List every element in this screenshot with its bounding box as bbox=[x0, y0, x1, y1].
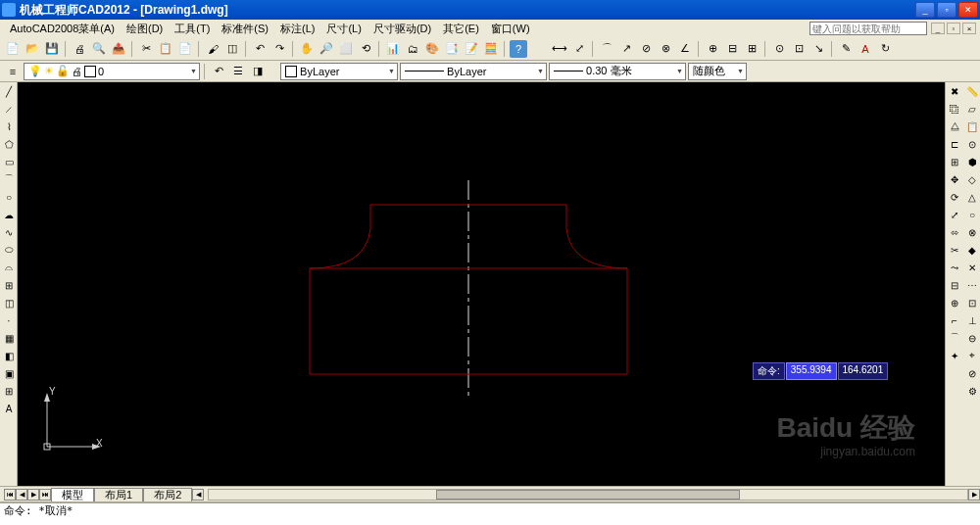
save-icon[interactable]: 💾 bbox=[43, 40, 61, 58]
tab-prev-button[interactable]: ◀ bbox=[16, 489, 27, 501]
cut-icon[interactable]: ✂ bbox=[137, 40, 155, 58]
layer-prev-icon[interactable]: ↶ bbox=[210, 63, 227, 80]
circle-icon[interactable]: ○ bbox=[0, 188, 18, 206]
offset-icon[interactable]: ⊏ bbox=[946, 135, 963, 153]
layer-iso-icon[interactable]: ◨ bbox=[249, 63, 267, 80]
tab-first-button[interactable]: ⏮ bbox=[4, 489, 16, 501]
move-icon[interactable]: ✥ bbox=[946, 170, 963, 188]
new-icon[interactable]: 📄 bbox=[4, 40, 22, 58]
drawing-canvas[interactable]: 命令: 355.9394 164.6201 Y X Baidu 经验 jingy… bbox=[18, 82, 945, 486]
dim-leader-icon[interactable]: ↘ bbox=[809, 40, 827, 58]
tab-layout2[interactable]: 布局2 bbox=[143, 488, 192, 501]
dim-angular-icon[interactable]: ∠ bbox=[676, 40, 694, 58]
dyn-x[interactable]: 355.9394 bbox=[786, 362, 837, 380]
mdi-restore-button[interactable]: ▫ bbox=[947, 23, 960, 34]
trim-icon[interactable]: ✂ bbox=[946, 241, 963, 259]
dim-linear-icon[interactable]: ⟷ bbox=[551, 40, 568, 58]
layer-state-icon[interactable]: ☰ bbox=[229, 63, 247, 80]
fillet-icon[interactable]: ⌒ bbox=[946, 329, 963, 347]
help-icon[interactable]: ? bbox=[510, 40, 527, 58]
dim-tol-icon[interactable]: ⊡ bbox=[790, 40, 808, 58]
dim-arc-icon[interactable]: ⌒ bbox=[598, 40, 615, 58]
dim-continue-icon[interactable]: ⊞ bbox=[743, 40, 760, 58]
id-icon[interactable]: ⊙ bbox=[963, 135, 980, 153]
copy-icon[interactable]: 📋 bbox=[157, 40, 174, 58]
line-icon[interactable]: ╱ bbox=[0, 82, 18, 100]
list-icon[interactable]: 📋 bbox=[963, 118, 980, 135]
dim-ordinate-icon[interactable]: ↗ bbox=[617, 40, 635, 58]
dim-radius-icon[interactable]: ⊘ bbox=[637, 40, 655, 58]
dim-style-icon[interactable]: A bbox=[857, 40, 874, 58]
point-icon[interactable]: · bbox=[0, 311, 18, 329]
layer-manager-icon[interactable]: ≡ bbox=[4, 63, 22, 80]
paste-icon[interactable]: 📄 bbox=[176, 40, 194, 58]
spline-icon[interactable]: ∿ bbox=[0, 223, 18, 241]
menu-dimdrive[interactable]: 尺寸驱动(D) bbox=[368, 20, 437, 38]
undo-icon[interactable]: ↶ bbox=[251, 40, 269, 58]
revcloud-icon[interactable]: ☁ bbox=[0, 206, 18, 223]
layer-combo[interactable]: 💡☀🔓🖨 0 bbox=[24, 63, 200, 80]
dim-diameter-icon[interactable]: ⊗ bbox=[657, 40, 674, 58]
explode-icon[interactable]: ✦ bbox=[946, 347, 963, 364]
xline-icon[interactable]: ⟋ bbox=[0, 100, 18, 118]
arc-icon[interactable]: ⌒ bbox=[0, 170, 18, 188]
stretch-icon[interactable]: ⬄ bbox=[946, 223, 963, 241]
dim-edit-icon[interactable]: ✎ bbox=[837, 40, 855, 58]
osnap-endpoint-icon[interactable]: ◇ bbox=[963, 170, 980, 188]
designcenter-icon[interactable]: 🗂 bbox=[404, 40, 421, 58]
table-icon[interactable]: ⊞ bbox=[0, 382, 18, 400]
osnap-tan-icon[interactable]: ⊖ bbox=[963, 329, 980, 347]
lineweight-combo[interactable]: 0.30 毫米 bbox=[549, 63, 686, 80]
mirror-icon[interactable]: ⧋ bbox=[946, 118, 963, 135]
osnap-quad-icon[interactable]: ◆ bbox=[963, 241, 980, 259]
dim-quick-icon[interactable]: ⊕ bbox=[704, 40, 721, 58]
minimize-button[interactable]: _ bbox=[915, 2, 935, 18]
help-search-input[interactable] bbox=[809, 22, 927, 35]
mdi-close-button[interactable]: × bbox=[962, 23, 976, 34]
polygon-icon[interactable]: ⬠ bbox=[0, 135, 18, 153]
toolpalette-icon[interactable]: 🎨 bbox=[423, 40, 441, 58]
osnap-ext-icon[interactable]: ⋯ bbox=[963, 276, 980, 294]
osnap-center-icon[interactable]: ○ bbox=[963, 206, 980, 223]
menu-annotate[interactable]: 标注(L) bbox=[274, 20, 320, 38]
copy-tool-icon[interactable]: ⿻ bbox=[946, 100, 963, 118]
zoom-window-icon[interactable]: ⬜ bbox=[337, 40, 355, 58]
block-make-icon[interactable]: ◫ bbox=[0, 294, 18, 311]
join-icon[interactable]: ⊕ bbox=[946, 294, 963, 311]
gradient-icon[interactable]: ◧ bbox=[0, 347, 18, 364]
dim-aligned-icon[interactable]: ⤢ bbox=[570, 40, 588, 58]
osnap-node-icon[interactable]: ⊗ bbox=[963, 223, 980, 241]
osnap-perp-icon[interactable]: ⊥ bbox=[963, 311, 980, 329]
chamfer-icon[interactable]: ⌐ bbox=[946, 311, 963, 329]
menu-draw[interactable]: 绘图(D) bbox=[121, 20, 169, 38]
tab-model[interactable]: 模型 bbox=[51, 488, 94, 501]
extend-icon[interactable]: ⤳ bbox=[946, 259, 963, 276]
dist-icon[interactable]: 📏 bbox=[963, 82, 980, 100]
mass-icon[interactable]: ⬢ bbox=[963, 153, 980, 170]
pan-icon[interactable]: ✋ bbox=[298, 40, 316, 58]
osnap-mid-icon[interactable]: △ bbox=[963, 188, 980, 206]
polyline-icon[interactable]: ⌇ bbox=[0, 118, 18, 135]
dim-center-icon[interactable]: ⊙ bbox=[770, 40, 788, 58]
plotstyle-combo[interactable]: 随颜色 bbox=[688, 63, 747, 80]
scale-icon[interactable]: ⤢ bbox=[946, 206, 963, 223]
dim-baseline-icon[interactable]: ⊟ bbox=[723, 40, 741, 58]
plot-icon[interactable]: 🖨 bbox=[71, 40, 88, 58]
break-icon[interactable]: ⊟ bbox=[946, 276, 963, 294]
markup-icon[interactable]: 📝 bbox=[463, 40, 480, 58]
block-icon[interactable]: ◫ bbox=[223, 40, 241, 58]
menu-autocad[interactable]: AutoCAD2008菜单(A) bbox=[4, 20, 121, 38]
osnap-int-icon[interactable]: ✕ bbox=[963, 259, 980, 276]
linetype-combo[interactable]: ByLayer bbox=[400, 63, 547, 80]
hatch-icon[interactable]: ▦ bbox=[0, 329, 18, 347]
preview-icon[interactable]: 🔍 bbox=[90, 40, 108, 58]
ellipse-icon[interactable]: ⬭ bbox=[0, 241, 18, 259]
osnap-near-icon[interactable]: ⌖ bbox=[963, 347, 980, 364]
menu-other[interactable]: 其它(E) bbox=[437, 20, 485, 38]
calc-icon[interactable]: 🧮 bbox=[482, 40, 500, 58]
zoom-prev-icon[interactable]: ⟲ bbox=[357, 40, 374, 58]
maximize-button[interactable]: ▫ bbox=[937, 2, 956, 18]
insert-icon[interactable]: ⊞ bbox=[0, 276, 18, 294]
osnap-settings-icon[interactable]: ⚙ bbox=[963, 382, 980, 400]
array-icon[interactable]: ⊞ bbox=[946, 153, 963, 170]
